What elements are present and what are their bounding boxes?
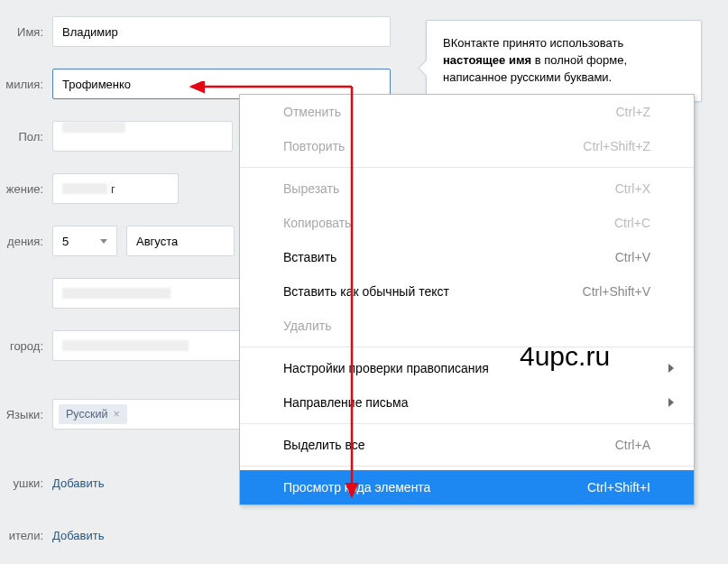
name-label: Имя: [0,25,52,39]
menu-redo[interactable]: ПовторитьCtrl+Shift+Z [240,129,694,163]
language-tag[interactable]: Русский × [59,404,127,424]
birth-month-value: Августа [136,235,178,248]
menu-copy[interactable]: КопироватьCtrl+C [240,206,694,240]
chevron-down-icon [100,239,107,244]
marital-input[interactable]: г [52,173,179,204]
birth-month-select[interactable]: Августа [126,226,235,256]
city-label: город: [0,339,52,353]
menu-separator [240,167,694,168]
menu-undo[interactable]: ОтменитьCtrl+Z [240,95,694,129]
marital-suffix: г [111,182,115,196]
menu-inspect-element[interactable]: Просмотр кода элементаCtrl+Shift+I [240,470,694,504]
grandparents-label: ушки: [0,476,52,490]
menu-paste-plain[interactable]: Вставить как обычный текстCtrl+Shift+V [240,274,694,309]
menu-paste[interactable]: ВставитьCtrl+V [240,240,694,274]
languages-label: Языки: [0,408,52,421]
language-tag-label: Русский [66,408,107,421]
close-icon[interactable]: × [113,408,119,421]
chevron-right-icon [668,364,674,373]
gender-input[interactable] [52,121,233,152]
name-input[interactable] [52,16,391,47]
hint-bold: настоящее имя [443,53,531,67]
menu-cut[interactable]: ВырезатьCtrl+X [240,171,694,206]
menu-separator [240,347,694,347]
gender-label: Пол: [0,130,52,143]
menu-spellcheck[interactable]: Настройки проверки правописания [240,351,694,385]
menu-select-all[interactable]: Выделить всеCtrl+A [240,428,694,462]
add-grandparents-link[interactable]: Добавить [52,476,104,490]
context-menu: ОтменитьCtrl+Z ПовторитьCtrl+Shift+Z Выр… [239,94,695,505]
menu-direction[interactable]: Направление письма [240,385,694,420]
menu-separator [240,466,694,467]
marital-label: жение: [0,182,52,196]
menu-separator [240,423,694,424]
chevron-right-icon [668,398,674,407]
add-parents-link[interactable]: Добавить [52,529,104,542]
surname-label: милия: [0,78,52,91]
birth-day-value: 5 [62,235,69,248]
parents-row: ители: Добавить [0,520,728,550]
name-hint-tooltip: ВКонтакте принято использовать настоящее… [426,20,702,102]
menu-delete[interactable]: Удалить [240,309,694,343]
birthdate-label: дения: [0,235,52,248]
hint-text-1: ВКонтакте принято использовать [443,36,623,50]
birth-day-select[interactable]: 5 [52,226,117,256]
parents-label: ители: [0,529,52,542]
